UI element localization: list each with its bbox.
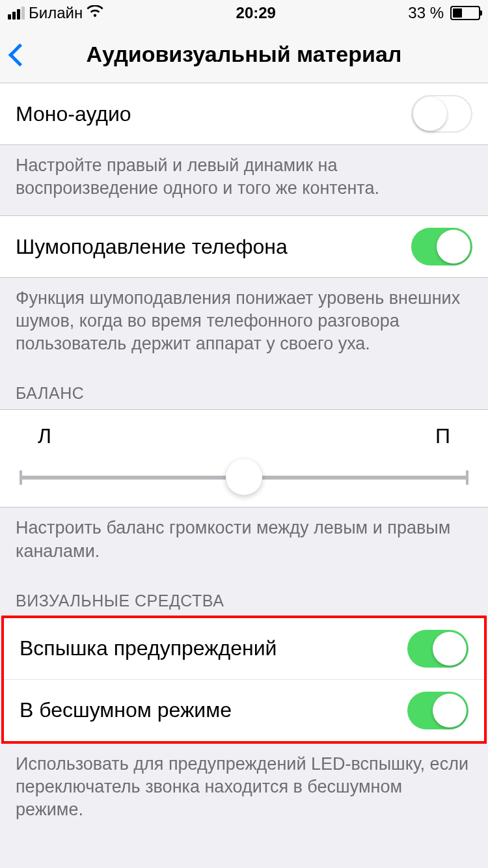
balance-right-label: П	[435, 424, 450, 448]
signal-icon	[8, 7, 25, 20]
flash-on-silent-toggle[interactable]	[407, 692, 468, 729]
clock: 20:29	[236, 4, 276, 22]
noise-cancel-row: Шумоподавление телефона	[0, 215, 488, 278]
visual-group-highlight: Вспышка предупреждений В бесшумном режим…	[1, 616, 487, 744]
flash-alerts-toggle[interactable]	[407, 630, 468, 668]
status-bar: Билайн 20:29 33 %	[0, 0, 488, 26]
flash-on-silent-row: В бесшумном режиме	[4, 680, 484, 741]
page-title: Аудиовизуальный материал	[0, 42, 488, 67]
mono-audio-row: Моно-аудио	[0, 83, 488, 145]
balance-left-label: Л	[38, 424, 51, 448]
balance-footer: Настроить баланс громкости между левым и…	[0, 508, 488, 578]
carrier-label: Билайн	[29, 4, 83, 22]
battery-percent: 33 %	[408, 4, 444, 22]
flash-alerts-row: Вспышка предупреждений	[4, 618, 484, 680]
noise-cancel-toggle[interactable]	[411, 228, 472, 265]
flash-on-silent-label: В бесшумном режиме	[20, 698, 232, 722]
noise-cancel-label: Шумоподавление телефона	[16, 235, 288, 259]
mono-audio-footer: Настройте правый и левый динамик на восп…	[0, 145, 488, 215]
mono-audio-label: Моно-аудио	[16, 102, 131, 126]
balance-header: БАЛАНС	[0, 371, 488, 409]
battery-icon	[450, 6, 480, 20]
flash-alerts-label: Вспышка предупреждений	[20, 636, 277, 660]
visual-footer: Использовать для предупреждений LED-вспы…	[0, 744, 488, 837]
mono-audio-toggle[interactable]	[411, 95, 472, 133]
navigation-bar: Аудиовизуальный материал	[0, 26, 488, 83]
balance-panel: Л П	[0, 409, 488, 508]
balance-slider-thumb[interactable]	[226, 459, 262, 495]
noise-cancel-footer: Функция шумоподавления понижает уровень …	[0, 278, 488, 371]
balance-slider[interactable]	[20, 476, 468, 480]
visual-header: ВИЗУАЛЬНЫЕ СРЕДСТВА	[0, 578, 488, 617]
wifi-icon	[87, 4, 103, 22]
